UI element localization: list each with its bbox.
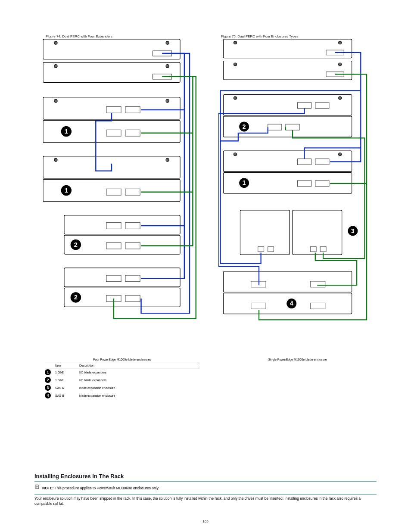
figure-right-title: Figure 75. Dual PERC with Four Enclosure… <box>221 34 377 38</box>
legend-item: 1 GbE <box>55 371 75 374</box>
callout-r1: 2 <box>243 124 246 130</box>
svg-point-52 <box>234 96 237 100</box>
svg-point-43 <box>339 41 342 44</box>
callout-2b: 2 <box>74 294 78 301</box>
svg-point-14 <box>54 99 57 102</box>
svg-point-21 <box>54 158 57 161</box>
svg-rect-50 <box>268 124 282 130</box>
svg-rect-67 <box>268 247 274 252</box>
svg-point-45 <box>339 63 342 66</box>
legend-item: SAS A <box>55 386 75 389</box>
svg-rect-75 <box>251 303 266 309</box>
svg-rect-11 <box>125 107 140 113</box>
callout-r3: 3 <box>351 228 355 234</box>
svg-rect-51 <box>286 124 299 130</box>
page: Figure 74. Dual PERC with Four Expanders <box>0 0 411 532</box>
section-heading: Installing Enclosures In The Rack <box>34 473 377 482</box>
svg-point-44 <box>234 63 237 66</box>
svg-rect-64 <box>240 210 290 255</box>
svg-rect-32 <box>64 288 180 307</box>
legend-desc: blade expansion enclosure <box>79 394 199 397</box>
section-body: Your enclosure solution may have been sh… <box>34 496 377 506</box>
svg-rect-28 <box>106 243 121 249</box>
svg-rect-20 <box>125 189 140 195</box>
legend-desc: blade expansion enclosure <box>79 386 199 389</box>
legend-item: SAS B <box>55 394 75 397</box>
legend-desc: I/O blade expanders <box>79 379 199 382</box>
svg-rect-74 <box>310 281 325 287</box>
svg-rect-13 <box>125 130 140 136</box>
legend-table: Item Description 1 1 GbE I/O blade expan… <box>45 363 199 399</box>
svg-point-22 <box>166 158 169 161</box>
figure-columns: Figure 74. Dual PERC with Four Expanders <box>0 0 411 399</box>
svg-point-15 <box>166 99 169 102</box>
legend-row: 2 1 GbE I/O blade expanders <box>45 376 199 384</box>
svg-rect-76 <box>310 303 325 309</box>
svg-rect-19 <box>106 189 121 195</box>
svg-rect-57 <box>298 159 311 165</box>
legend-item: 1 GbE <box>55 379 75 382</box>
legend-bullet: 1 <box>45 369 51 375</box>
figure-right: Figure 75. Dual PERC with Four Enclosure… <box>218 34 377 399</box>
svg-point-61 <box>234 153 237 156</box>
figure-right-caption: Single PowerEdge M1000e blade enclosure <box>218 358 377 361</box>
svg-rect-48 <box>298 103 311 109</box>
note-block: NOTE: This procedure applies to PowerVau… <box>34 484 377 495</box>
svg-rect-24 <box>64 215 180 234</box>
svg-point-42 <box>234 41 237 44</box>
page-number: 105 <box>0 520 411 523</box>
svg-rect-10 <box>106 107 121 113</box>
svg-rect-58 <box>315 159 329 165</box>
legend-row: 3 SAS A blade expansion enclosure <box>45 384 199 392</box>
svg-point-7 <box>166 65 169 68</box>
svg-point-62 <box>339 153 342 156</box>
bottom-section: Installing Enclosures In The Rack NOTE: … <box>34 465 377 506</box>
callout-r4: 4 <box>290 300 293 307</box>
svg-rect-31 <box>64 268 180 287</box>
callout-2a: 2 <box>74 241 78 248</box>
note-text: NOTE: This procedure applies to PowerVau… <box>42 486 159 491</box>
legend-bullet: 2 <box>45 377 51 383</box>
svg-rect-12 <box>106 130 121 136</box>
callout-r2: 1 <box>243 180 246 186</box>
svg-rect-59 <box>298 180 311 187</box>
callout-1a: 1 <box>65 128 68 135</box>
svg-rect-73 <box>251 281 266 287</box>
legend-bullet: 3 <box>45 385 51 391</box>
note-body: This procedure applies to PowerVault MD3… <box>55 486 159 490</box>
figure-left-title: Figure 74. Dual PERC with Four Expanders <box>46 34 201 38</box>
svg-point-4 <box>54 41 57 44</box>
svg-point-53 <box>339 96 342 100</box>
legend-row: 4 SAS B blade expansion enclosure <box>45 392 199 399</box>
note-label: NOTE: <box>42 486 53 490</box>
svg-rect-66 <box>258 247 264 252</box>
legend-header-desc: Description <box>79 364 94 367</box>
legend-header-item: Item <box>55 364 75 367</box>
callout-1b: 1 <box>65 187 68 194</box>
svg-rect-68 <box>310 247 316 252</box>
svg-rect-46 <box>223 94 352 115</box>
svg-rect-26 <box>106 223 121 229</box>
svg-rect-25 <box>64 235 180 254</box>
svg-rect-36 <box>125 296 140 302</box>
svg-point-5 <box>166 41 169 44</box>
svg-rect-69 <box>320 247 326 252</box>
svg-point-6 <box>54 65 57 68</box>
note-icon <box>34 484 40 489</box>
svg-rect-33 <box>106 275 121 282</box>
svg-rect-29 <box>125 243 140 249</box>
svg-rect-49 <box>315 103 329 109</box>
figure-left-svg: 1 1 2 <box>43 39 201 355</box>
figure-right-svg: 2 1 3 <box>218 39 377 355</box>
figure-left: Figure 74. Dual PERC with Four Expanders <box>43 34 201 399</box>
legend-row: 1 1 GbE I/O blade expanders <box>45 368 199 376</box>
figure-left-caption: Four PowerEdge M1000e blade enclosures <box>43 358 201 361</box>
legend-bullet: 4 <box>45 392 51 398</box>
svg-rect-60 <box>315 180 329 187</box>
legend-header: Item Description <box>45 363 199 368</box>
svg-rect-65 <box>293 210 342 255</box>
svg-rect-78 <box>35 485 38 488</box>
svg-rect-34 <box>125 275 140 282</box>
svg-rect-27 <box>125 223 140 229</box>
legend-desc: I/O blade expanders <box>79 371 199 374</box>
